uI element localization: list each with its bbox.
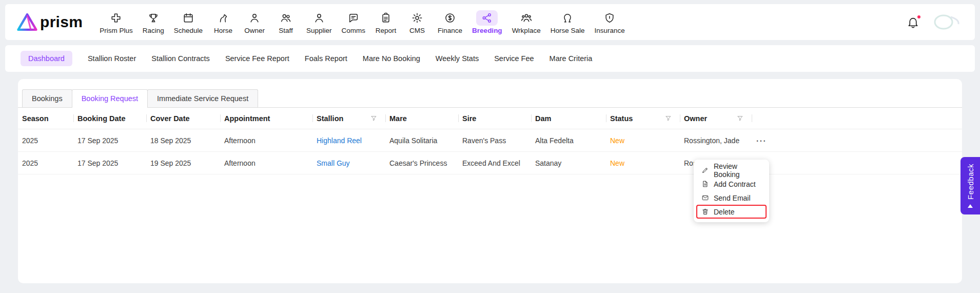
nav-item-breeding[interactable]: Breeding <box>468 9 506 36</box>
cell-season: 2025 <box>18 159 73 167</box>
nav-item-racing[interactable]: Racing <box>139 9 168 36</box>
cell-booking_date: 17 Sep 2025 <box>73 136 146 145</box>
nav-item-label: Prism Plus <box>100 27 133 34</box>
column-label: Owner <box>684 114 707 123</box>
subnav-item-stallion-contracts[interactable]: Stallion Contracts <box>151 54 210 63</box>
stallion-link[interactable]: Highland Reel <box>317 136 362 145</box>
group-icon <box>521 12 532 24</box>
nav-item-comms[interactable]: Comms <box>338 9 369 36</box>
subnav-item-mare-criteria[interactable]: Mare Criteria <box>550 54 593 63</box>
cell-appointment: Afternoon <box>220 136 312 145</box>
cell-sire: Exceed And Excel <box>458 159 531 167</box>
person-icon <box>313 12 325 24</box>
menu-item-review-booking[interactable]: Review Booking <box>696 163 767 177</box>
nav-item-schedule[interactable]: Schedule <box>170 9 206 36</box>
nav-item-label: Staff <box>279 27 293 34</box>
subnav-item-service-fee[interactable]: Service Fee <box>494 54 534 63</box>
nav-icon-wrap <box>516 10 537 26</box>
column-header-status: Status <box>606 108 680 129</box>
cell-dam: Satanay <box>531 159 606 167</box>
nav-icon-wrap <box>308 10 330 26</box>
horse-icon <box>218 12 229 24</box>
filter-owner-button[interactable] <box>737 115 743 122</box>
column-header-appointment: Appointment <box>220 108 312 129</box>
nav-item-wrkplace[interactable]: Wrkplace <box>508 9 544 36</box>
subnav-item-stallion-roster[interactable]: Stallion Roster <box>88 54 136 63</box>
nav-item-label: Horse Sale <box>551 27 585 34</box>
person-icon <box>249 12 260 24</box>
prism-triangle-icon <box>16 12 38 32</box>
nav-item-horse[interactable]: Horse <box>209 9 238 36</box>
status-badge: New <box>610 159 624 167</box>
pencil-icon <box>701 166 709 174</box>
subnav-item-dashboard[interactable]: Dashboard <box>21 51 72 66</box>
cell-cover_date: 18 Sep 2025 <box>146 136 220 145</box>
funnel-icon <box>737 115 743 122</box>
notifications-button[interactable] <box>907 16 919 29</box>
gear-icon <box>411 12 423 24</box>
top-header: prism Prism Plus Racing Schedule Horse O… <box>5 4 975 40</box>
row-actions-button[interactable]: ⋯ <box>756 135 767 146</box>
tab-booking-request[interactable]: Booking Request <box>72 89 148 107</box>
brand-logo[interactable]: prism <box>16 12 83 32</box>
column-label: Season <box>22 114 49 123</box>
menu-item-label: Send Email <box>714 194 751 202</box>
nav-icon-wrap <box>143 10 164 26</box>
filter-stallion-button[interactable] <box>370 115 377 122</box>
table-row: 202517 Sep 202519 Sep 2025AfternoonSmall… <box>18 152 962 174</box>
subnav-item-mare-no-booking[interactable]: Mare No Booking <box>363 54 420 63</box>
column-header-season: Season <box>18 108 73 129</box>
nav-item-prism-plus[interactable]: Prism Plus <box>96 9 136 36</box>
nav-item-finance[interactable]: Finance <box>434 9 466 36</box>
table-header: Season Booking Date Cover Date Appointme… <box>18 108 962 129</box>
table-body: 202517 Sep 202518 Sep 2025AfternoonHighl… <box>18 129 962 174</box>
column-label: Sire <box>462 114 476 123</box>
subnav-item-weekly-stats[interactable]: Weekly Stats <box>436 54 479 63</box>
filter-status-button[interactable] <box>665 115 672 122</box>
column-label: Mare <box>389 114 407 123</box>
tab-bookings[interactable]: Bookings <box>22 89 72 107</box>
people-icon <box>280 12 291 24</box>
clipboard-icon <box>380 12 391 24</box>
content-card: Bookings Booking Request Immediate Servi… <box>18 79 962 283</box>
nav-item-horse-sale[interactable]: Horse Sale <box>547 9 589 36</box>
nav-item-staff[interactable]: Staff <box>271 9 300 36</box>
nav-item-insurance[interactable]: Insurance <box>591 9 628 36</box>
funnel-icon <box>665 115 672 122</box>
subnav-item-service-fee-report[interactable]: Service Fee Report <box>225 54 289 63</box>
calendar-icon <box>183 12 194 24</box>
cell-mare: Caesar's Princess <box>385 159 458 167</box>
nav-icon-wrap <box>406 10 428 26</box>
header-right <box>907 10 964 34</box>
column-header-actions <box>752 108 962 129</box>
nav-icon-wrap <box>557 10 578 26</box>
nav-icon-wrap <box>244 10 265 26</box>
column-label: Status <box>610 114 633 123</box>
dollar-icon <box>444 12 456 24</box>
menu-item-send-email[interactable]: Send Email <box>696 191 767 205</box>
nav-item-label: CMS <box>409 27 425 34</box>
feedback-button[interactable]: Feedback <box>961 157 980 214</box>
chat-icon <box>348 12 359 24</box>
nav-item-supplier[interactable]: Supplier <box>303 9 336 36</box>
nav-item-owner[interactable]: Owner <box>240 9 269 36</box>
menu-item-add-contract[interactable]: Add Contract <box>696 177 767 191</box>
column-header-cover_date: Cover Date <box>146 108 220 129</box>
subnav-item-foals-report[interactable]: Foals Report <box>305 54 347 63</box>
account-logo[interactable] <box>930 10 964 34</box>
stallion-link[interactable]: Small Guy <box>317 159 350 167</box>
menu-item-delete[interactable]: Delete <box>696 205 767 219</box>
cell-owner: Rossington, Jade <box>680 136 752 145</box>
nav-item-report[interactable]: Report <box>371 9 400 36</box>
tab-immediate-service-request[interactable]: Immediate Service Request <box>147 89 258 107</box>
nav-item-label: Comms <box>342 27 366 34</box>
column-header-mare: Mare <box>385 108 458 129</box>
column-header-stallion: Stallion <box>312 108 385 129</box>
brand-name: prism <box>40 13 83 31</box>
booking-tabs: Bookings Booking Request Immediate Servi… <box>18 89 962 108</box>
nav-item-label: Breeding <box>472 27 502 34</box>
breeding-subnav: Dashboard Stallion Roster Stallion Contr… <box>5 45 975 72</box>
nav-item-label: Finance <box>438 27 462 34</box>
nav-item-label: Horse <box>214 27 232 34</box>
nav-item-cms[interactable]: CMS <box>403 9 432 36</box>
